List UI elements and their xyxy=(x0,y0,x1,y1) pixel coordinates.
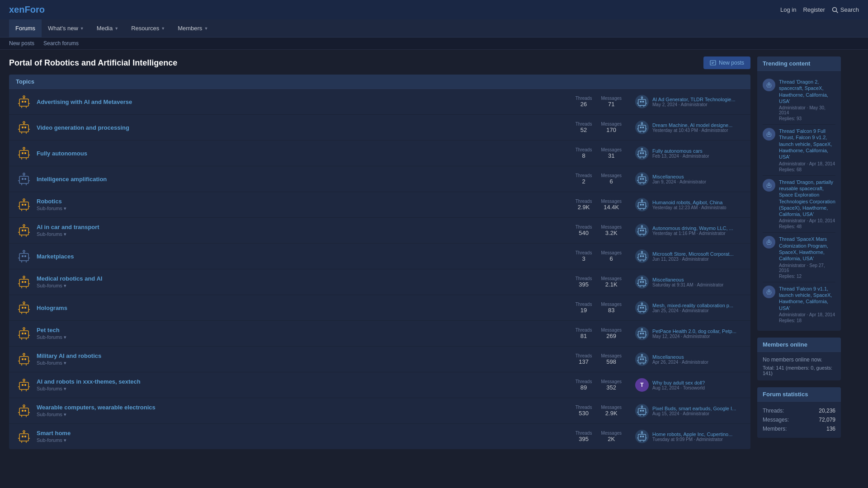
messages-stat: Messages 71 xyxy=(601,96,622,108)
forum-name[interactable]: Advertising with AI and Metaverse xyxy=(37,99,132,105)
last-meta: Jan 9, 2024 · Administrator xyxy=(652,179,706,184)
svg-rect-268 xyxy=(769,185,770,186)
threads-stat: Threads 540 xyxy=(576,225,592,236)
svg-rect-78 xyxy=(22,204,24,206)
forum-name[interactable]: Robotics xyxy=(37,198,62,205)
sub-forums-link[interactable]: ▾ xyxy=(64,231,66,237)
forum-row: Smart home Sub-forums ▾ Threads 395 Mess… xyxy=(9,424,750,449)
trending-item: Thread 'Falcon 9 v1.1, launch vehicle, S… xyxy=(763,282,835,326)
last-info: Mesh, mixed-reality collaboration p... J… xyxy=(652,303,733,313)
forum-name[interactable]: Wearable computers, wearable electronics xyxy=(37,404,156,411)
sub-forums-link[interactable]: ▾ xyxy=(64,360,66,366)
trending-thread-title[interactable]: Thread 'Dragon 2, spacecraft, SpaceX, Ha… xyxy=(779,79,835,104)
threads-value: 26 xyxy=(576,101,592,108)
forum-stats: Threads 395 Messages 2.1K xyxy=(576,276,622,288)
nav-resources[interactable]: Resources ▼ xyxy=(125,19,171,37)
svg-point-288 xyxy=(769,289,769,290)
sub-nav-search-forums[interactable]: Search forums xyxy=(43,40,79,47)
forum-name[interactable]: Military AI and robotics xyxy=(37,352,101,359)
login-button[interactable]: Log in xyxy=(780,6,796,13)
trending-item: Thread 'Falcon 9 Full Thrust, Falcon 9 v… xyxy=(763,125,835,175)
register-button[interactable]: Register xyxy=(803,6,825,13)
last-meta: Saturday at 9:31 AM · Administrator xyxy=(652,282,723,287)
trending-thread-title[interactable]: Thread 'Dragon, partially reusable space… xyxy=(779,179,835,218)
forum-name[interactable]: Medical robotics and AI xyxy=(37,275,102,282)
sub-forums-link[interactable]: ▾ xyxy=(64,206,66,211)
messages-stat: Messages 31 xyxy=(601,147,622,159)
svg-rect-6 xyxy=(22,101,24,103)
nav-media[interactable]: Media ▼ xyxy=(90,19,125,37)
svg-rect-160 xyxy=(642,307,644,308)
stats-messages-value: 72,079 xyxy=(819,417,835,423)
forum-name[interactable]: Pet tech xyxy=(37,327,60,333)
sub-forums: Sub-forums ▾ xyxy=(37,360,562,366)
messages-label: Messages xyxy=(601,405,622,410)
svg-rect-96 xyxy=(22,230,24,231)
sidebar: Trending content Thread 'Dragon 2, space… xyxy=(757,56,841,449)
svg-rect-41 xyxy=(19,150,28,158)
search-label: Search xyxy=(840,6,859,13)
forum-last: Fully autonomous cars Feb 13, 2024 · Adm… xyxy=(635,146,744,160)
threads-stat: Threads 81 xyxy=(576,328,592,339)
last-thread: Humanoid robots, Agibot, China xyxy=(652,200,726,205)
avatar xyxy=(635,352,649,366)
svg-rect-196 xyxy=(642,358,644,360)
trending-replies: Replies: 48 xyxy=(779,224,835,229)
trending-avatar xyxy=(763,179,775,192)
avatar xyxy=(635,198,649,211)
new-posts-button[interactable]: New posts xyxy=(703,56,750,69)
svg-rect-95 xyxy=(19,228,28,235)
sub-forums-link[interactable]: ▾ xyxy=(64,412,66,417)
svg-rect-79 xyxy=(24,204,26,206)
last-meta: Aug 12, 2024 · Torsoworld xyxy=(652,385,705,390)
threads-stat: Threads 530 xyxy=(576,405,592,417)
svg-rect-68 xyxy=(638,177,646,183)
last-meta: Tuesday at 9:09 PM · Administrator xyxy=(652,437,732,442)
svg-rect-33 xyxy=(640,127,642,128)
svg-rect-276 xyxy=(768,242,769,243)
trending-thread-title[interactable]: Thread 'Falcon 9 Full Thrust, Falcon 9 v… xyxy=(779,128,835,160)
new-posts-btn-label: New posts xyxy=(719,60,744,66)
nav-members[interactable]: Members ▼ xyxy=(171,19,214,37)
trending-thread-title[interactable]: Thread 'SpaceX Mars Colonization Program… xyxy=(779,236,835,262)
messages-label: Messages xyxy=(601,302,622,307)
sub-forums-link[interactable]: ▾ xyxy=(64,283,66,288)
svg-point-18 xyxy=(641,97,642,98)
svg-point-81 xyxy=(23,199,25,201)
forum-name[interactable]: Marketplaces xyxy=(37,253,74,260)
stats-messages-label: Messages: xyxy=(763,417,789,423)
threads-value: 89 xyxy=(576,384,592,391)
forum-last: Miscellaneous Jan 9, 2024 · Administrato… xyxy=(635,172,744,186)
svg-line-1 xyxy=(836,11,838,13)
forum-name[interactable]: Smart home xyxy=(37,430,71,436)
forum-name[interactable]: Fully autonomous xyxy=(37,150,87,157)
last-meta: Aug 15, 2024 · Administrator xyxy=(652,411,736,416)
stats-threads-label: Threads: xyxy=(763,408,784,414)
forum-name[interactable]: AI and robots in xxx-themes, sextech xyxy=(37,378,141,385)
forum-name[interactable]: Intelligence amplification xyxy=(37,176,107,183)
messages-label: Messages xyxy=(601,199,622,204)
forum-name[interactable]: Video generation and processing xyxy=(37,124,129,131)
svg-rect-212 xyxy=(19,408,28,415)
sub-forums-link[interactable]: ▾ xyxy=(64,386,66,391)
forum-name[interactable]: AI in car and transport xyxy=(37,224,99,230)
trending-thread-title[interactable]: Thread 'Falcon 9 v1.1, launch vehicle, S… xyxy=(779,286,835,311)
messages-stat: Messages 6 xyxy=(601,173,622,185)
search-button[interactable]: Search xyxy=(832,6,859,13)
svg-rect-186 xyxy=(22,358,24,360)
trending-list: Thread 'Dragon 2, spacecraft, SpaceX, Ha… xyxy=(757,71,841,331)
sub-nav-new-posts[interactable]: New posts xyxy=(9,40,34,47)
sub-forums-link[interactable]: ▾ xyxy=(64,334,66,340)
last-meta: Apr 26, 2024 · Administrator xyxy=(652,360,708,365)
svg-rect-178 xyxy=(642,333,644,334)
forum-row: Robotics Sub-forums ▾ Threads 2.9K Messa… xyxy=(9,192,750,218)
forum-info: Video generation and processing xyxy=(37,124,562,131)
forum-name[interactable]: Holograms xyxy=(37,305,67,311)
nav-whats-new[interactable]: What's new ▼ xyxy=(42,19,90,37)
nav-forums[interactable]: Forums xyxy=(9,19,42,37)
threads-value: 137 xyxy=(576,358,592,365)
svg-rect-275 xyxy=(767,241,771,244)
svg-rect-158 xyxy=(638,305,646,311)
sub-forums-link[interactable]: ▾ xyxy=(64,437,66,443)
members-online-box: Members online No members online now. To… xyxy=(757,338,841,380)
